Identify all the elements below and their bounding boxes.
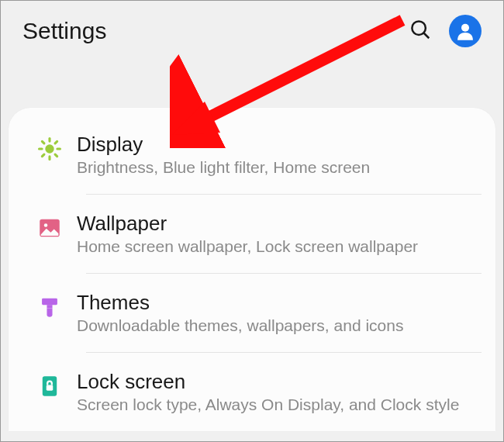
svg-line-1: [424, 33, 430, 39]
page-title: Settings: [22, 18, 106, 44]
account-avatar[interactable]: [449, 15, 482, 47]
svg-line-10: [42, 154, 44, 157]
svg-rect-15: [47, 305, 52, 308]
settings-item-subtitle: Brightness, Blue light filter, Home scre…: [77, 158, 478, 177]
brightness-icon: [22, 133, 77, 162]
svg-point-13: [44, 223, 48, 227]
settings-item-subtitle: Downloadable themes, wallpapers, and ico…: [77, 316, 478, 335]
settings-item-lockscreen[interactable]: Lock screen Screen lock type, Always On …: [9, 353, 495, 431]
settings-header: Settings: [1, 1, 503, 61]
settings-item-text: Themes Downloadable themes, wallpapers, …: [77, 291, 478, 335]
settings-card: Display Brightness, Blue light filter, H…: [9, 108, 495, 431]
search-icon[interactable]: [409, 18, 432, 44]
svg-line-8: [42, 141, 44, 143]
settings-item-title: Wallpaper: [77, 212, 478, 236]
settings-item-subtitle: Screen lock type, Always On Display, and…: [77, 395, 478, 414]
settings-item-text: Wallpaper Home screen wallpaper, Lock sc…: [77, 212, 478, 256]
header-actions: [409, 15, 482, 47]
settings-item-display[interactable]: Display Brightness, Blue light filter, H…: [9, 116, 495, 194]
settings-item-title: Themes: [77, 291, 478, 315]
svg-rect-17: [47, 385, 54, 391]
lock-icon: [22, 370, 77, 399]
settings-item-title: Display: [77, 133, 478, 157]
header-spacer: [1, 61, 503, 108]
svg-point-3: [45, 144, 54, 153]
settings-item-subtitle: Home screen wallpaper, Lock screen wallp…: [77, 237, 478, 256]
svg-line-9: [55, 154, 57, 157]
settings-item-text: Lock screen Screen lock type, Always On …: [77, 370, 478, 414]
settings-item-title: Lock screen: [77, 370, 478, 394]
svg-rect-14: [42, 299, 57, 306]
svg-point-0: [412, 21, 426, 35]
settings-item-themes[interactable]: Themes Downloadable themes, wallpapers, …: [9, 274, 495, 352]
svg-line-11: [55, 141, 57, 143]
svg-point-2: [461, 24, 469, 32]
settings-item-text: Display Brightness, Blue light filter, H…: [77, 133, 478, 177]
paintbrush-icon: [22, 291, 77, 320]
picture-icon: [22, 212, 77, 241]
settings-item-wallpaper[interactable]: Wallpaper Home screen wallpaper, Lock sc…: [9, 195, 495, 273]
